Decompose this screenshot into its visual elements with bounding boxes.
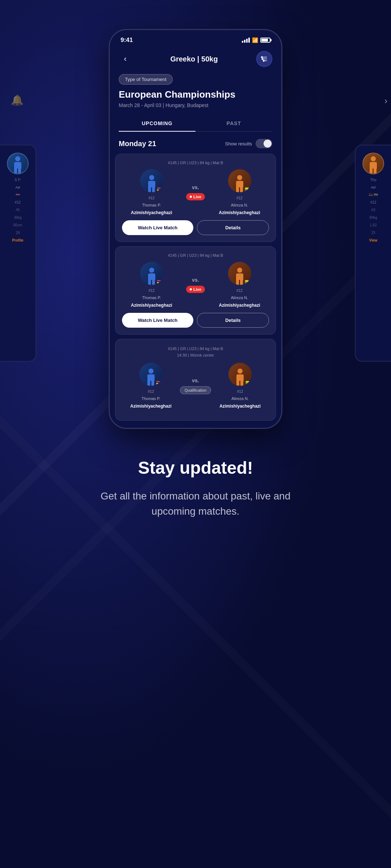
player-right-1: 🇲🇲 #12 Alireza N. Azimishiyacheghazi [210, 169, 269, 215]
status-icons: 📶 [242, 37, 270, 43]
signal-icon [242, 38, 250, 43]
side-panel-left: S P. Azi 🇾🇪 #12 #5 36kg 00cm 28 Profile [0, 145, 36, 362]
rank-right-3: #12 [237, 390, 243, 393]
player-left-1: 🇲🇺 #12 Thomas P. Azimishiyacheghazi [122, 169, 181, 215]
header-title: Greeko | 50kg [170, 55, 218, 63]
svg-point-5 [263, 60, 264, 61]
back-button[interactable]: ‹ [119, 52, 132, 65]
tabs: UPCOMING PAST [119, 115, 272, 132]
flag-right-2: 🇲🇲 [244, 279, 251, 285]
flag-left-3: 🇲🇺 [155, 380, 163, 386]
battery-icon [260, 38, 270, 43]
match-actions-2: Watch Live Match Details [122, 313, 269, 328]
wifi-icon: 📶 [252, 37, 258, 43]
details-button-2[interactable]: Details [197, 313, 269, 328]
match-cards-list: #145 | GR | U23 | 84 kg | Mat B [110, 154, 281, 428]
vs-text-3: vs. [192, 378, 199, 383]
match-actions-1: Watch Live Match Details [122, 220, 269, 235]
player-name-first-left-1: Thomas P. [142, 203, 161, 207]
live-dot-1 [190, 196, 192, 198]
match-players-2: 🇲🇺 #12 Thomas P. Azimishiyacheghazi vs. … [122, 262, 269, 308]
status-bar: 9:41 📶 [110, 30, 281, 47]
player-right-2: 🇲🇲 #12 Alireza N. Azimishiyacheghazi [210, 262, 269, 308]
toggle-knob [264, 140, 272, 148]
flag-left-2: 🇲🇺 [156, 279, 163, 285]
phone-content: 9:41 📶 ‹ Greeko | 50kg [110, 30, 281, 428]
rank-left-1: #12 [148, 196, 155, 200]
player-name-first-right-3: Alireza N. [231, 396, 249, 401]
player-avatar-left-1: 🇲🇺 [140, 169, 163, 192]
live-dot-2 [190, 288, 192, 290]
vs-section-2: vs. Live [181, 277, 210, 293]
svg-point-3 [261, 56, 262, 58]
match-meta-3: #145 | GR | U23 | 84 kg | Mat B 14:30 | … [122, 346, 269, 358]
match-players-1: 🇲🇺 #12 Thomas P. Azimishiyacheghazi vs. … [122, 169, 269, 215]
player-avatar-left-3: 🇲🇺 [139, 363, 163, 386]
player-avatar-left-2: 🇲🇺 [140, 262, 163, 285]
player-avatar-right-2: 🇲🇲 [228, 262, 251, 285]
stay-updated-description: Get all the information about past, live… [87, 489, 304, 519]
match-meta-2: #145 | GR | U23 | 84 kg | Mat B [122, 253, 269, 258]
status-time: 9:41 [121, 37, 133, 44]
outer-wrapper: 🔔 › S P. Azi 🇾🇪 #12 #5 36kg 00cm 28 Prof… [0, 0, 391, 868]
header: ‹ Greeko | 50kg [110, 47, 281, 72]
watch-button-1[interactable]: Watch Live Match [122, 220, 193, 235]
player-name-first-right-2: Alireza N. [231, 295, 248, 300]
rank-right-2: #12 [236, 289, 243, 293]
vs-text-2: vs. [192, 277, 199, 283]
player-name-last-left-3: Azimishiyacheghazi [130, 404, 172, 409]
day-title: Monday 21 [119, 140, 156, 148]
flag-right-1: 🇲🇲 [244, 187, 251, 192]
tab-upcoming[interactable]: UPCOMING [119, 115, 196, 131]
side-name-left: S P. [14, 178, 21, 182]
player-name-first-right-1: Alireza N. [231, 203, 248, 207]
day-header: Monday 21 Show results [110, 132, 281, 154]
show-results-toggle[interactable] [256, 139, 272, 148]
side-panel-right: Tho Azi 🇲🇺 🇮🇳 #12 #3 89kg 1.82 25 View [355, 145, 391, 362]
vs-text-1: vs. [192, 184, 199, 190]
live-badge-1: Live [186, 193, 205, 200]
rank-left-3: #12 [148, 390, 154, 393]
bell-icon: 🔔 [11, 94, 24, 106]
player-name-last-left-2: Azimishiyacheghazi [131, 303, 172, 308]
player-name-last-left-1: Azimishiyacheghazi [131, 210, 172, 215]
phone-frame: 9:41 📶 ‹ Greeko | 50kg [109, 29, 282, 429]
player-right-3: 🇲🇲 #12 Alireza N. Azimishiyacheghazi [211, 363, 269, 409]
vs-section-3: vs. Qualification [180, 378, 211, 394]
filter-button[interactable] [256, 51, 272, 67]
rank-right-1: #12 [236, 196, 243, 200]
tab-past[interactable]: PAST [196, 115, 272, 131]
details-button-1[interactable]: Details [197, 220, 269, 235]
match-players-3: 🇲🇺 #12 Thomas P. Azimishiyacheghazi vs. … [122, 363, 269, 409]
svg-point-4 [262, 58, 263, 59]
player-left-3: 🇲🇺 #12 Thomas P. Azimishiyacheghazi [122, 363, 180, 409]
match-card-2: #145 | GR | U23 | 84 kg | Mat B [115, 246, 276, 335]
show-results-label: Show results [225, 141, 252, 146]
side-avatar-right-top [362, 153, 384, 174]
match-card-1: #145 | GR | U23 | 84 kg | Mat B [115, 154, 276, 242]
player-name-last-right-2: Azimishiyacheghazi [219, 303, 260, 308]
bottom-section: Stay updated! Get all the information ab… [0, 429, 391, 555]
player-name-last-right-1: Azimishiyacheghazi [219, 210, 260, 215]
vs-section-1: vs. Live [181, 184, 210, 200]
watch-button-2[interactable]: Watch Live Match [122, 313, 193, 328]
tournament-name: European Championships [119, 89, 272, 100]
player-name-first-left-3: Thomas P. [142, 396, 160, 401]
tournament-section: European Championships March 28 - April … [110, 89, 281, 108]
tournament-type-badge: Type of Tournament [119, 74, 173, 85]
live-badge-2: Live [186, 286, 205, 293]
show-results-section: Show results [225, 139, 272, 148]
match-card-3: #145 | GR | U23 | 84 kg | Mat B 14:30 | … [115, 339, 276, 421]
match-meta-1: #145 | GR | U23 | 84 kg | Mat B [122, 161, 269, 165]
chevron-right-icon: › [384, 96, 387, 106]
player-avatar-right-3: 🇲🇲 [228, 363, 252, 386]
side-name-right: Tho [370, 178, 376, 182]
stay-updated-title: Stay updated! [138, 458, 253, 478]
tournament-dates: March 28 - April 03 | Hungary, Budapest [119, 102, 272, 108]
flag-right-3: 🇲🇲 [244, 380, 252, 386]
qualification-badge-3: Qualification [180, 386, 211, 394]
rank-left-2: #12 [148, 289, 155, 293]
flag-left-1: 🇲🇺 [156, 187, 163, 192]
player-name-last-right-3: Azimishiyacheghazi [219, 404, 261, 409]
player-left-2: 🇲🇺 #12 Thomas P. Azimishiyacheghazi [122, 262, 181, 308]
